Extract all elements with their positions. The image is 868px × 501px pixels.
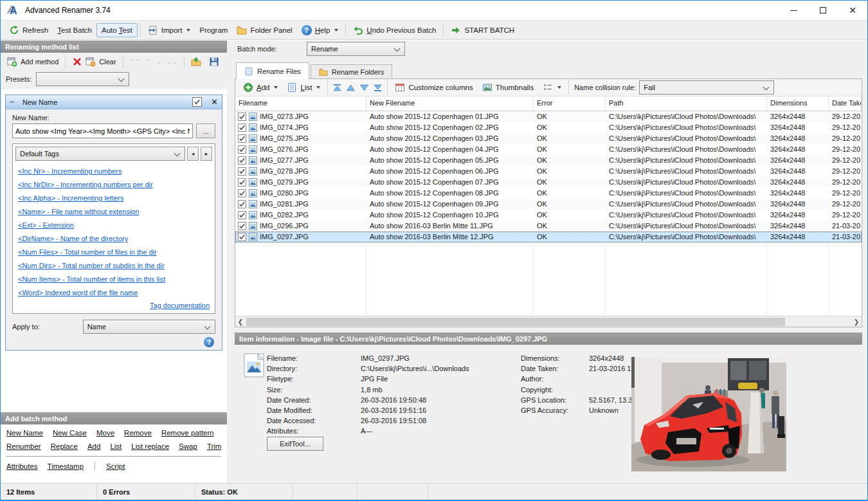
move-bottom-button[interactable] [373,84,383,92]
minimize-button[interactable] [779,1,808,20]
batch-method-link[interactable]: Renumber [6,442,41,450]
table-row[interactable]: IMG_0280.JPG Auto show 2015-12 Copenhage… [235,188,862,199]
tag-page-prev-button[interactable]: ◂ [187,147,199,161]
table-row[interactable]: IMG_0279.JPG Auto show 2015-12 Copenhage… [235,177,862,188]
list-button[interactable]: List [282,80,325,95]
batch-method-link[interactable]: Remove pattern [161,429,214,437]
move-bottom-icon[interactable]: ⌄⌄ [167,58,177,65]
new-name-input[interactable] [12,123,193,138]
batch-method-link[interactable]: Timestamp [48,462,84,470]
load-preset-button[interactable] [187,55,205,69]
table-row[interactable]: IMG_0276.JPG Auto show 2015-12 Copenhage… [235,144,862,155]
batch-method-link[interactable]: List [110,442,122,450]
column-header-date-taken[interactable]: Date Taken [829,96,862,111]
move-down-button[interactable] [359,84,369,92]
tag-link[interactable]: <Num Dirs> - Total number of subdirs in … [18,259,210,273]
start-batch-button[interactable]: START BATCH [446,23,519,38]
row-checkbox[interactable] [238,222,246,230]
column-header-path[interactable]: Path [606,96,767,111]
tag-link[interactable]: <Ext> - Extension [18,219,210,232]
auto-test-toggle[interactable]: Auto Test [96,23,138,37]
row-checkbox[interactable] [238,211,246,219]
refresh-button[interactable]: Refresh [5,23,53,38]
tag-link[interactable]: <Name> - File name without extension [18,205,210,219]
scroll-right-icon[interactable]: ❯ [851,318,862,325]
move-top-button[interactable] [332,84,342,92]
move-down-icon[interactable]: ⌄ [156,58,161,65]
add-files-button[interactable]: Add [239,80,282,95]
method-close-icon[interactable]: ✕ [211,97,218,107]
row-checkbox[interactable] [238,200,246,208]
column-header-dimensions[interactable]: Dimensions [767,96,829,111]
thumbnails-button[interactable]: Thumbnails [478,80,538,95]
batch-method-link[interactable]: Remove [124,429,152,437]
table-row[interactable]: IMG_0296.JPG Auto show 2016-03 Berlin Mi… [235,221,862,232]
import-button[interactable]: Import [143,23,195,38]
clear-button[interactable]: Clear [68,55,120,69]
row-checkbox[interactable] [238,145,246,154]
maximize-button[interactable] [808,1,838,20]
tag-page-next-button[interactable]: ▸ [201,147,212,161]
row-checkbox[interactable] [238,233,246,241]
presets-dropdown[interactable] [36,72,129,86]
undo-previous-batch-button[interactable]: Undo Previous Batch [348,23,440,38]
column-header-new-filename[interactable]: New Filename [366,96,534,111]
row-checkbox[interactable] [238,134,246,143]
customize-columns-button[interactable]: Customize columns [390,80,477,95]
tag-category-dropdown[interactable]: Default Tags [15,147,185,161]
table-row[interactable]: IMG_0277.JPG Auto show 2015-12 Copenhage… [235,155,862,166]
horizontal-scrollbar[interactable]: ❮ ❯ [235,316,862,327]
help-button[interactable]: ? Help [297,23,343,38]
apply-to-dropdown[interactable]: Name [83,320,215,334]
folder-panel-button[interactable]: Folder Panel [232,23,296,38]
tag-link[interactable]: <Inc NrDir> - Incrementing numbers per d… [18,178,210,192]
row-checkbox[interactable] [238,113,246,121]
batch-method-link[interactable]: Script [106,462,125,470]
panel-splitter[interactable] [227,41,232,483]
batch-method-link[interactable]: Add [87,442,100,450]
program-button[interactable]: Program [195,24,232,37]
row-checkbox[interactable] [238,156,246,165]
close-button[interactable]: ✕ [838,1,867,20]
tag-link[interactable]: <Num Files> - Total number of files in t… [18,246,210,259]
batch-method-link[interactable]: Trim [207,442,222,450]
save-preset-button[interactable] [205,55,223,69]
tab-rename-files[interactable]: Rename Files [236,62,309,79]
more-button[interactable]: ... [196,123,215,138]
scrollbar-thumb[interactable] [246,318,785,326]
batch-method-link[interactable]: List replace [131,442,169,450]
table-row[interactable]: IMG_0297.JPG Auto show 2016-03 Berlin Mi… [235,232,862,242]
table-row[interactable]: IMG_0278.JPG Auto show 2015-12 Copenhage… [235,166,862,177]
tag-link[interactable]: <Num Items> - Total number of items in t… [18,273,210,286]
row-checkbox[interactable] [238,178,246,187]
table-row[interactable]: IMG_0273.JPG Auto show 2015-12 Copenhage… [235,111,862,122]
move-up-icon[interactable]: ⌃ [145,58,150,65]
method-title-bar[interactable]: − New Name ✕ [6,95,222,109]
tag-documentation-link[interactable]: Tag documentation [150,302,210,309]
add-method-button[interactable]: Add method [3,55,62,69]
batch-method-link[interactable]: Replace [51,442,78,450]
row-checkbox[interactable] [238,123,246,132]
table-row[interactable]: IMG_0274.JPG Auto show 2015-12 Copenhage… [235,122,862,133]
batch-method-link[interactable]: Attributes [6,462,38,470]
column-header-error[interactable]: Error [534,96,606,111]
column-header-filename[interactable]: Filename [235,96,366,111]
table-row[interactable]: IMG_0275.JPG Auto show 2015-12 Copenhage… [235,133,862,144]
method-enabled-checkbox[interactable] [192,97,202,107]
name-collision-dropdown[interactable]: Fail [639,80,774,95]
scroll-left-icon[interactable]: ❮ [235,318,246,325]
batch-method-link[interactable]: Move [96,429,114,437]
view-options-button[interactable] [538,80,566,95]
table-row[interactable]: IMG_0281.JPG Auto show 2015-12 Copenhage… [235,199,862,210]
method-help-icon[interactable]: ? [204,337,214,347]
tag-link[interactable]: <DirName> - Name of the directory [18,232,210,246]
collapse-icon[interactable]: − [10,97,17,107]
row-checkbox[interactable] [238,189,246,197]
batch-method-link[interactable]: Swap [179,442,197,450]
test-batch-button[interactable]: Test Batch [53,24,96,37]
batch-mode-dropdown[interactable]: Rename [307,42,405,56]
tab-rename-folders[interactable]: Rename Folders [311,64,392,79]
table-row[interactable]: IMG_0282.JPG Auto show 2015-12 Copenhage… [235,210,862,221]
move-up-button[interactable] [346,84,356,92]
exiftool-button[interactable]: ExifTool... [267,437,323,451]
